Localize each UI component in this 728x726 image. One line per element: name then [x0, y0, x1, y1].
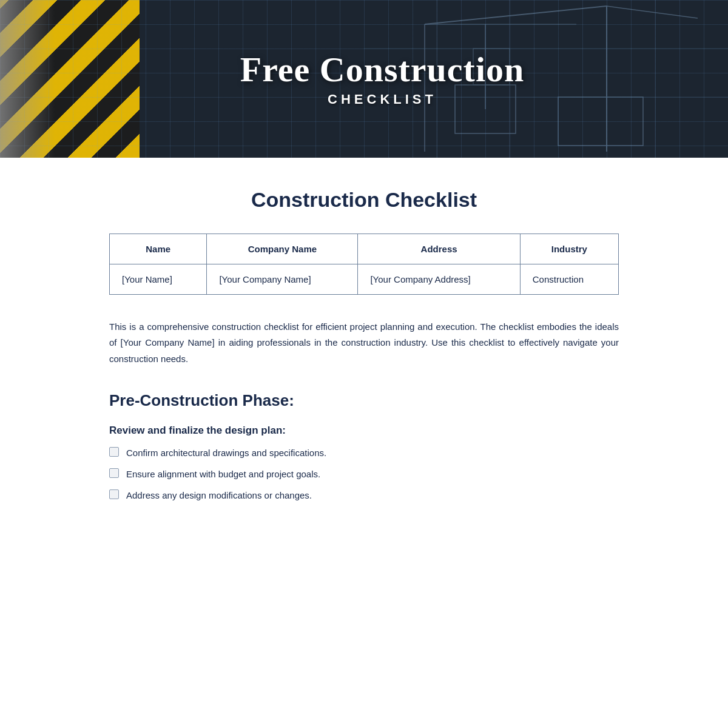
checkbox-1[interactable] [109, 447, 119, 457]
header-sub-title: CHECKLIST [240, 92, 525, 107]
checkbox-2[interactable] [109, 468, 119, 478]
header-title-block: Free Construction CHECKLIST [204, 50, 525, 107]
info-table: Name Company Name Address Industry [Your… [109, 234, 619, 295]
subsection-design-plan: Review and finalize the design plan: Con… [109, 425, 619, 502]
sections-container: Pre-Construction Phase: Review and final… [109, 391, 619, 502]
col-header-company: Company Name [207, 234, 358, 264]
header-main-title: Free Construction [240, 50, 525, 89]
list-item: Address any design modifications or chan… [109, 489, 619, 502]
col-header-industry: Industry [520, 234, 618, 264]
list-item: Confirm architectural drawings and speci… [109, 446, 619, 459]
cell-name: [Your Name] [110, 264, 207, 295]
checklist-item-text: Ensure alignment with budget and project… [126, 468, 320, 480]
page-title: Construction Checklist [109, 188, 619, 212]
checklist-item-text: Address any design modifications or chan… [126, 489, 312, 502]
cell-industry: Construction [520, 264, 618, 295]
checklist-design-plan: Confirm architectural drawings and speci… [109, 446, 619, 502]
stripe-overlay [0, 0, 55, 158]
description-paragraph: This is a comprehensive construction che… [109, 319, 619, 367]
cell-company: [Your Company Name] [207, 264, 358, 295]
table-row: [Your Name] [Your Company Name] [Your Co… [110, 264, 619, 295]
svg-line-1 [425, 6, 607, 24]
checklist-item-text: Confirm architectural drawings and speci… [126, 446, 326, 459]
table-header-row: Name Company Name Address Industry [110, 234, 619, 264]
svg-line-2 [607, 6, 698, 18]
svg-rect-5 [558, 97, 643, 146]
col-header-name: Name [110, 234, 207, 264]
subsection-heading-design: Review and finalize the design plan: [109, 425, 619, 437]
page-header: Free Construction CHECKLIST [0, 0, 728, 158]
pre-construction-heading: Pre-Construction Phase: [109, 391, 619, 410]
col-header-address: Address [358, 234, 520, 264]
main-content: Construction Checklist Name Company Name… [73, 158, 655, 550]
checkbox-3[interactable] [109, 489, 119, 499]
list-item: Ensure alignment with budget and project… [109, 468, 619, 480]
cell-address: [Your Company Address] [358, 264, 520, 295]
